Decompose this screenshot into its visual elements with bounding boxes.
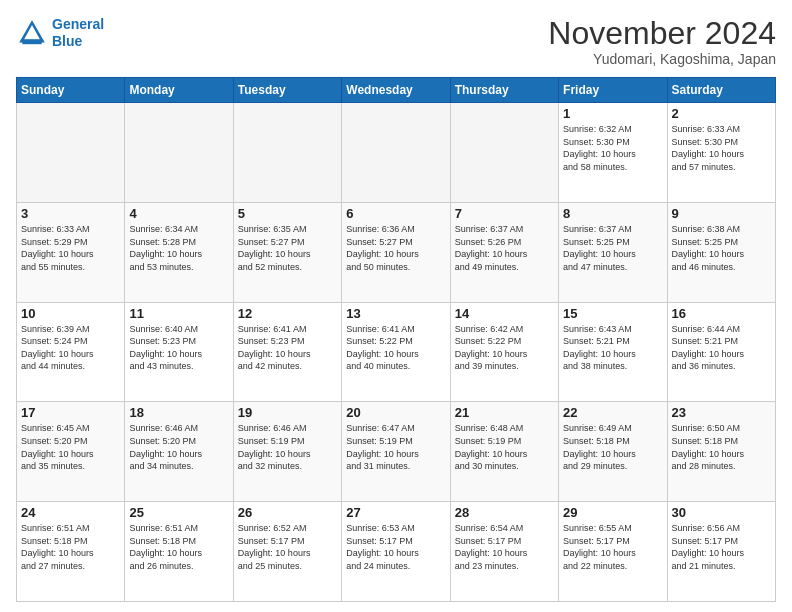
day-cell: 12Sunrise: 6:41 AM Sunset: 5:23 PM Dayli… [233,302,341,402]
day-info: Sunrise: 6:47 AM Sunset: 5:19 PM Dayligh… [346,422,445,472]
day-cell: 8Sunrise: 6:37 AM Sunset: 5:25 PM Daylig… [559,202,667,302]
week-row-1: 1Sunrise: 6:32 AM Sunset: 5:30 PM Daylig… [17,103,776,203]
calendar-body: 1Sunrise: 6:32 AM Sunset: 5:30 PM Daylig… [17,103,776,602]
day-info: Sunrise: 6:48 AM Sunset: 5:19 PM Dayligh… [455,422,554,472]
day-info: Sunrise: 6:43 AM Sunset: 5:21 PM Dayligh… [563,323,662,373]
day-cell: 30Sunrise: 6:56 AM Sunset: 5:17 PM Dayli… [667,502,775,602]
day-info: Sunrise: 6:53 AM Sunset: 5:17 PM Dayligh… [346,522,445,572]
weekday-header-sunday: Sunday [17,78,125,103]
weekday-header-thursday: Thursday [450,78,558,103]
day-number: 8 [563,206,662,221]
weekday-header-tuesday: Tuesday [233,78,341,103]
day-number: 16 [672,306,771,321]
day-info: Sunrise: 6:33 AM Sunset: 5:30 PM Dayligh… [672,123,771,173]
day-info: Sunrise: 6:39 AM Sunset: 5:24 PM Dayligh… [21,323,120,373]
day-number: 10 [21,306,120,321]
day-number: 5 [238,206,337,221]
day-number: 3 [21,206,120,221]
day-cell: 17Sunrise: 6:45 AM Sunset: 5:20 PM Dayli… [17,402,125,502]
day-cell: 18Sunrise: 6:46 AM Sunset: 5:20 PM Dayli… [125,402,233,502]
day-cell [342,103,450,203]
day-cell [125,103,233,203]
day-info: Sunrise: 6:32 AM Sunset: 5:30 PM Dayligh… [563,123,662,173]
day-cell [233,103,341,203]
day-cell: 28Sunrise: 6:54 AM Sunset: 5:17 PM Dayli… [450,502,558,602]
day-number: 18 [129,405,228,420]
day-number: 14 [455,306,554,321]
day-cell: 3Sunrise: 6:33 AM Sunset: 5:29 PM Daylig… [17,202,125,302]
day-number: 22 [563,405,662,420]
day-cell [17,103,125,203]
logo-icon [16,17,48,49]
day-info: Sunrise: 6:36 AM Sunset: 5:27 PM Dayligh… [346,223,445,273]
day-info: Sunrise: 6:55 AM Sunset: 5:17 PM Dayligh… [563,522,662,572]
day-info: Sunrise: 6:34 AM Sunset: 5:28 PM Dayligh… [129,223,228,273]
day-info: Sunrise: 6:41 AM Sunset: 5:22 PM Dayligh… [346,323,445,373]
day-cell [450,103,558,203]
day-info: Sunrise: 6:38 AM Sunset: 5:25 PM Dayligh… [672,223,771,273]
day-info: Sunrise: 6:49 AM Sunset: 5:18 PM Dayligh… [563,422,662,472]
day-info: Sunrise: 6:44 AM Sunset: 5:21 PM Dayligh… [672,323,771,373]
day-number: 19 [238,405,337,420]
day-cell: 23Sunrise: 6:50 AM Sunset: 5:18 PM Dayli… [667,402,775,502]
header: General Blue November 2024 Yudomari, Kag… [16,16,776,67]
day-number: 28 [455,505,554,520]
day-info: Sunrise: 6:52 AM Sunset: 5:17 PM Dayligh… [238,522,337,572]
day-cell: 20Sunrise: 6:47 AM Sunset: 5:19 PM Dayli… [342,402,450,502]
logo-text: General Blue [52,16,104,50]
day-cell: 19Sunrise: 6:46 AM Sunset: 5:19 PM Dayli… [233,402,341,502]
day-cell: 4Sunrise: 6:34 AM Sunset: 5:28 PM Daylig… [125,202,233,302]
day-cell: 10Sunrise: 6:39 AM Sunset: 5:24 PM Dayli… [17,302,125,402]
day-number: 23 [672,405,771,420]
day-number: 27 [346,505,445,520]
day-cell: 14Sunrise: 6:42 AM Sunset: 5:22 PM Dayli… [450,302,558,402]
day-number: 17 [21,405,120,420]
day-cell: 11Sunrise: 6:40 AM Sunset: 5:23 PM Dayli… [125,302,233,402]
calendar-header: SundayMondayTuesdayWednesdayThursdayFrid… [17,78,776,103]
day-number: 29 [563,505,662,520]
day-cell: 21Sunrise: 6:48 AM Sunset: 5:19 PM Dayli… [450,402,558,502]
day-number: 6 [346,206,445,221]
day-number: 9 [672,206,771,221]
day-number: 24 [21,505,120,520]
day-info: Sunrise: 6:35 AM Sunset: 5:27 PM Dayligh… [238,223,337,273]
weekday-header-row: SundayMondayTuesdayWednesdayThursdayFrid… [17,78,776,103]
logo: General Blue [16,16,104,50]
day-cell: 15Sunrise: 6:43 AM Sunset: 5:21 PM Dayli… [559,302,667,402]
day-cell: 29Sunrise: 6:55 AM Sunset: 5:17 PM Dayli… [559,502,667,602]
main-title: November 2024 [548,16,776,51]
day-cell: 5Sunrise: 6:35 AM Sunset: 5:27 PM Daylig… [233,202,341,302]
day-info: Sunrise: 6:50 AM Sunset: 5:18 PM Dayligh… [672,422,771,472]
week-row-5: 24Sunrise: 6:51 AM Sunset: 5:18 PM Dayli… [17,502,776,602]
day-cell: 9Sunrise: 6:38 AM Sunset: 5:25 PM Daylig… [667,202,775,302]
day-number: 15 [563,306,662,321]
day-info: Sunrise: 6:54 AM Sunset: 5:17 PM Dayligh… [455,522,554,572]
day-number: 25 [129,505,228,520]
logo-line2: Blue [52,33,82,49]
week-row-4: 17Sunrise: 6:45 AM Sunset: 5:20 PM Dayli… [17,402,776,502]
day-info: Sunrise: 6:51 AM Sunset: 5:18 PM Dayligh… [129,522,228,572]
day-info: Sunrise: 6:41 AM Sunset: 5:23 PM Dayligh… [238,323,337,373]
day-cell: 16Sunrise: 6:44 AM Sunset: 5:21 PM Dayli… [667,302,775,402]
day-info: Sunrise: 6:40 AM Sunset: 5:23 PM Dayligh… [129,323,228,373]
day-info: Sunrise: 6:46 AM Sunset: 5:19 PM Dayligh… [238,422,337,472]
subtitle: Yudomari, Kagoshima, Japan [548,51,776,67]
weekday-header-friday: Friday [559,78,667,103]
day-cell: 24Sunrise: 6:51 AM Sunset: 5:18 PM Dayli… [17,502,125,602]
day-info: Sunrise: 6:46 AM Sunset: 5:20 PM Dayligh… [129,422,228,472]
title-block: November 2024 Yudomari, Kagoshima, Japan [548,16,776,67]
day-info: Sunrise: 6:37 AM Sunset: 5:26 PM Dayligh… [455,223,554,273]
day-info: Sunrise: 6:33 AM Sunset: 5:29 PM Dayligh… [21,223,120,273]
weekday-header-wednesday: Wednesday [342,78,450,103]
day-number: 4 [129,206,228,221]
day-cell: 25Sunrise: 6:51 AM Sunset: 5:18 PM Dayli… [125,502,233,602]
weekday-header-saturday: Saturday [667,78,775,103]
day-number: 13 [346,306,445,321]
day-cell: 22Sunrise: 6:49 AM Sunset: 5:18 PM Dayli… [559,402,667,502]
day-number: 1 [563,106,662,121]
day-info: Sunrise: 6:37 AM Sunset: 5:25 PM Dayligh… [563,223,662,273]
day-number: 30 [672,505,771,520]
day-number: 21 [455,405,554,420]
day-cell: 6Sunrise: 6:36 AM Sunset: 5:27 PM Daylig… [342,202,450,302]
day-number: 26 [238,505,337,520]
